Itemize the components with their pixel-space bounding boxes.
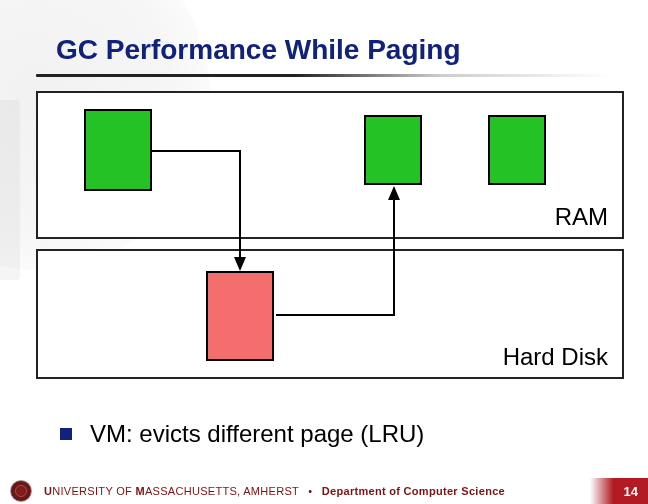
ram-label: RAM bbox=[555, 203, 608, 231]
hard-disk-region: Hard Disk bbox=[36, 249, 624, 379]
bullet-icon bbox=[60, 428, 72, 440]
bullet-text: VM: evicts different page (LRU) bbox=[90, 420, 424, 448]
title-underline bbox=[36, 74, 612, 77]
umass-seal-icon bbox=[10, 480, 32, 502]
page-number: 14 bbox=[590, 478, 648, 505]
disk-label: Hard Disk bbox=[503, 343, 608, 371]
ram-block-3 bbox=[488, 115, 546, 185]
slide-title: GC Performance While Paging bbox=[56, 34, 648, 66]
diagram: RAM Hard Disk bbox=[0, 91, 648, 411]
slide: GC Performance While Paging RAM Hard Dis… bbox=[0, 0, 648, 504]
disk-block-1 bbox=[206, 271, 274, 361]
ram-block-2 bbox=[364, 115, 422, 185]
footer-bar: UNIVERSITY OF MASSACHUSETTS, AMHERST • D… bbox=[0, 478, 648, 504]
ram-block-1 bbox=[84, 109, 152, 191]
bullet-item: VM: evicts different page (LRU) bbox=[60, 420, 424, 448]
footer-affiliation: UNIVERSITY OF MASSACHUSETTS, AMHERST • D… bbox=[44, 485, 590, 497]
